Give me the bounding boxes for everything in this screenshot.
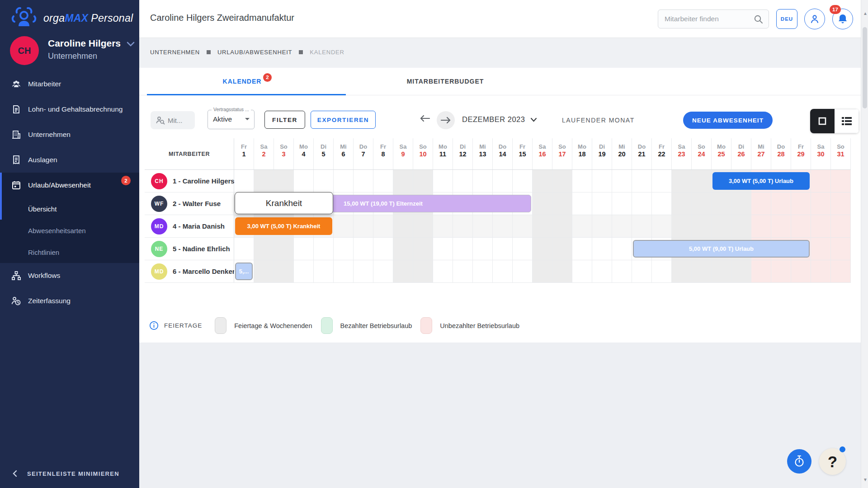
- previous-month-button[interactable]: [420, 114, 430, 124]
- day-cell[interactable]: [831, 215, 851, 237]
- day-cell[interactable]: [672, 170, 692, 192]
- day-cell[interactable]: [771, 215, 791, 237]
- day-cell[interactable]: [413, 238, 433, 260]
- day-cell[interactable]: [274, 238, 294, 260]
- sidebar-user-switcher[interactable]: CH Caroline Hilgers Unternehmen: [10, 36, 132, 68]
- absence-bar[interactable]: 5,00 WT (9,00 T) Urlaub: [633, 240, 810, 258]
- day-cell[interactable]: [473, 215, 493, 237]
- sidebar-item-workflows[interactable]: Workflows: [0, 263, 139, 288]
- day-cell[interactable]: [513, 238, 533, 260]
- day-cell[interactable]: [731, 215, 751, 237]
- day-cell[interactable]: [811, 260, 831, 282]
- day-cell[interactable]: [254, 260, 274, 282]
- day-cell[interactable]: [433, 170, 453, 192]
- filter-button[interactable]: FILTER: [264, 111, 305, 129]
- day-cell[interactable]: [811, 170, 831, 192]
- export-button[interactable]: EXPORTIEREN: [311, 111, 376, 129]
- day-cell[interactable]: [791, 260, 811, 282]
- day-cell[interactable]: [572, 260, 592, 282]
- day-cell[interactable]: [473, 260, 493, 282]
- day-cell[interactable]: [612, 170, 632, 192]
- employee-cell[interactable]: MD6 - Marcello Denkert: [145, 260, 234, 282]
- day-cell[interactable]: [592, 215, 612, 237]
- day-cell[interactable]: [334, 170, 354, 192]
- day-cell[interactable]: [652, 215, 672, 237]
- day-cell[interactable]: [572, 170, 592, 192]
- day-cell[interactable]: [692, 192, 712, 215]
- day-cell[interactable]: [453, 260, 473, 282]
- day-cell[interactable]: [413, 170, 433, 192]
- day-cell[interactable]: [334, 238, 354, 260]
- time-tracking-fab[interactable]: [787, 449, 811, 474]
- day-cell[interactable]: [572, 238, 592, 260]
- day-cell[interactable]: [473, 238, 493, 260]
- sidebar-item-auslagen[interactable]: Auslagen: [0, 147, 139, 173]
- day-cell[interactable]: [731, 192, 751, 215]
- day-cell[interactable]: [393, 215, 413, 237]
- day-cell[interactable]: [413, 215, 433, 237]
- day-cell[interactable]: [791, 192, 811, 215]
- day-cell[interactable]: [473, 170, 493, 192]
- sidebar-item-lohn-und-gehaltsabrechnung[interactable]: Lohn- und Gehaltsabrechnung: [0, 97, 139, 122]
- day-cell[interactable]: [552, 192, 572, 215]
- day-cell[interactable]: [294, 238, 314, 260]
- day-cell[interactable]: [592, 260, 612, 282]
- day-cell[interactable]: [493, 238, 513, 260]
- day-cell[interactable]: [831, 192, 851, 215]
- day-cell[interactable]: [254, 170, 274, 192]
- contract-status-select[interactable]: Vertragsstatus ... Aktive: [208, 110, 255, 129]
- day-cell[interactable]: [533, 238, 552, 260]
- profile-button[interactable]: [804, 9, 825, 29]
- day-cell[interactable]: [373, 215, 393, 237]
- day-cell[interactable]: [552, 260, 572, 282]
- day-cell[interactable]: [533, 192, 552, 215]
- day-cell[interactable]: [652, 170, 672, 192]
- current-month-link[interactable]: LAUFENDER MONAT: [562, 117, 635, 124]
- day-cell[interactable]: [612, 215, 632, 237]
- day-cell[interactable]: [453, 238, 473, 260]
- day-cell[interactable]: [592, 238, 612, 260]
- breadcrumb-unternehmen[interactable]: UNTERNEHMEN: [150, 49, 200, 56]
- calendar-view-button[interactable]: [810, 109, 835, 133]
- day-cell[interactable]: [314, 260, 334, 282]
- day-cell[interactable]: [493, 260, 513, 282]
- day-cell[interactable]: [612, 192, 632, 215]
- day-cell[interactable]: [771, 260, 791, 282]
- day-cell[interactable]: [811, 192, 831, 215]
- sidebar-subitem-richtlinien[interactable]: Richtlinien: [0, 241, 139, 263]
- day-cell[interactable]: [652, 192, 672, 215]
- day-cell[interactable]: [572, 192, 592, 215]
- employee-cell[interactable]: CH1 - Caroline Hilgers: [145, 170, 234, 192]
- tab-mitarbeiterbudget[interactable]: MITARBEITERBUDGET: [346, 68, 545, 95]
- employee-cell[interactable]: WF2 - Walter Fuse: [145, 192, 234, 215]
- day-cell[interactable]: [552, 238, 572, 260]
- day-cell[interactable]: [632, 215, 652, 237]
- day-cell[interactable]: [354, 170, 373, 192]
- day-cell[interactable]: [433, 215, 453, 237]
- employee-cell[interactable]: NE5 - Nadine Ehrlich: [145, 238, 234, 260]
- day-cell[interactable]: [831, 260, 851, 282]
- day-cell[interactable]: [572, 215, 592, 237]
- day-cell[interactable]: [413, 260, 433, 282]
- scrollbar-thumb[interactable]: [863, 27, 867, 108]
- day-cell[interactable]: [453, 170, 473, 192]
- day-cell[interactable]: [513, 215, 533, 237]
- day-cell[interactable]: [592, 170, 612, 192]
- day-cell[interactable]: [712, 215, 731, 237]
- day-cell[interactable]: [393, 260, 413, 282]
- day-cell[interactable]: [493, 170, 513, 192]
- day-cell[interactable]: [652, 260, 672, 282]
- day-cell[interactable]: [373, 170, 393, 192]
- sidebar-item-zeiterfassung[interactable]: Zeiterfassung: [0, 288, 139, 314]
- sidebar-collapse-button[interactable]: SEITENLEISTE MINIMIEREN: [0, 463, 139, 484]
- day-cell[interactable]: [811, 238, 831, 260]
- day-cell[interactable]: [334, 215, 354, 237]
- day-cell[interactable]: [533, 170, 552, 192]
- new-absence-button[interactable]: NEUE ABWESENHEIT: [683, 112, 773, 129]
- day-cell[interactable]: [831, 170, 851, 192]
- day-cell[interactable]: [393, 238, 413, 260]
- day-cell[interactable]: [612, 238, 632, 260]
- day-cell[interactable]: [672, 192, 692, 215]
- day-cell[interactable]: [393, 170, 413, 192]
- day-cell[interactable]: [373, 238, 393, 260]
